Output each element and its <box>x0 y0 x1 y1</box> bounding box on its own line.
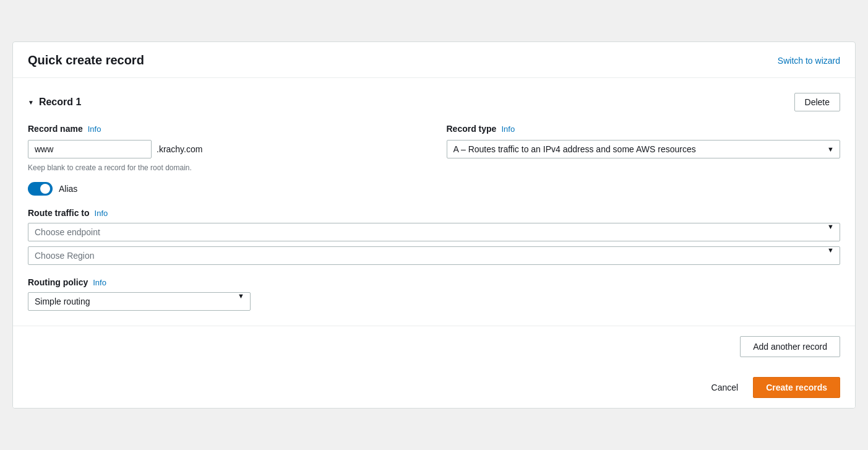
record-name-group: Record name Info .krachy.com Keep blank … <box>28 124 422 172</box>
domain-suffix: .krachy.com <box>157 144 202 154</box>
switch-to-wizard-link[interactable]: Switch to wizard <box>778 56 840 66</box>
alias-toggle[interactable] <box>28 182 53 196</box>
form-grid: Record name Info .krachy.com Keep blank … <box>28 124 840 172</box>
toggle-slider <box>28 182 53 196</box>
record-section: ▼ Record 1 Delete Record name Info <box>28 93 840 311</box>
choose-endpoint-select[interactable]: Choose endpoint <box>28 223 840 241</box>
chevron-down-icon: ▼ <box>28 99 34 106</box>
route-traffic-info-link[interactable]: Info <box>95 209 108 218</box>
routing-policy-label: Routing policy Info <box>28 277 840 287</box>
routing-policy-section: Routing policy Info Simple routing Failo… <box>28 277 840 311</box>
record-type-select-wrapper: A – Routes traffic to an IPv4 address an… <box>447 140 841 158</box>
record-type-info-link[interactable]: Info <box>501 124 515 134</box>
record-name-row: .krachy.com <box>28 140 422 158</box>
record-name-label-text: Record name <box>28 124 83 134</box>
routing-policy-info-link[interactable]: Info <box>93 278 106 287</box>
record-name-info-link[interactable]: Info <box>88 124 101 134</box>
cancel-button[interactable]: Cancel <box>704 378 746 397</box>
modal-header: Quick create record Switch to wizard <box>13 42 855 78</box>
record-section-title: ▼ Record 1 <box>28 97 81 108</box>
delete-button[interactable]: Delete <box>794 93 840 111</box>
choose-region-wrapper: Choose Region ▼ <box>28 246 840 265</box>
routing-policy-select-wrapper: Simple routing Failover Geolocation Late… <box>28 292 251 311</box>
record-section-title-text: Record 1 <box>39 97 81 108</box>
modal-body: ▼ Record 1 Delete Record name Info <box>13 78 855 311</box>
route-traffic-section: Route traffic to Info Choose endpoint ▼ … <box>28 208 840 265</box>
record-name-input[interactable] <box>28 140 152 158</box>
routing-policy-label-text: Routing policy <box>28 277 88 287</box>
record-type-label: Record type Info <box>447 124 841 134</box>
record-type-label-text: Record type <box>447 124 497 134</box>
add-record-row: Add another record <box>13 326 855 367</box>
add-another-record-button[interactable]: Add another record <box>740 336 840 357</box>
modal-title: Quick create record <box>28 53 144 67</box>
route-traffic-label-text: Route traffic to <box>28 208 90 218</box>
page-wrapper: Quick create record Switch to wizard ▼ R… <box>12 41 856 409</box>
record-name-hint: Keep blank to create a record for the ro… <box>28 163 422 172</box>
route-traffic-label: Route traffic to Info <box>28 208 840 218</box>
alias-row: Alias <box>28 182 840 196</box>
record-type-group: Record type Info A – Routes traffic to a… <box>447 124 841 172</box>
record-type-select[interactable]: A – Routes traffic to an IPv4 address an… <box>447 140 841 158</box>
modal: Quick create record Switch to wizard ▼ R… <box>12 41 856 409</box>
record-section-header: ▼ Record 1 Delete <box>28 93 840 111</box>
alias-label: Alias <box>59 184 77 194</box>
choose-region-select[interactable]: Choose Region <box>28 246 840 265</box>
modal-footer: Cancel Create records <box>13 367 855 408</box>
routing-policy-select[interactable]: Simple routing Failover Geolocation Late… <box>28 292 251 311</box>
create-records-button[interactable]: Create records <box>753 377 840 398</box>
record-name-label: Record name Info <box>28 124 422 134</box>
choose-endpoint-wrapper: Choose endpoint ▼ <box>28 223 840 241</box>
